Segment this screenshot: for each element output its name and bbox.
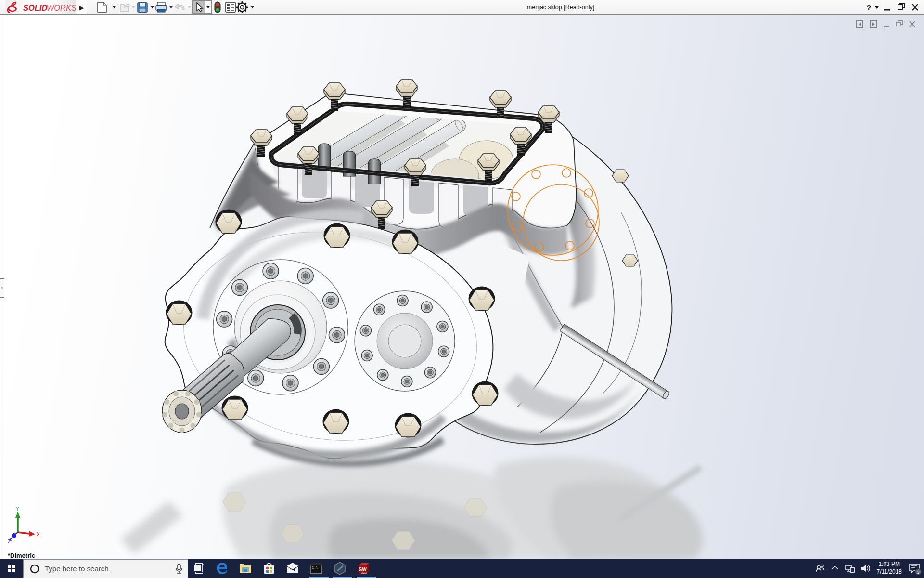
svg-text:2017: 2017	[361, 571, 367, 574]
svg-text:Y: Y	[16, 506, 19, 512]
svg-text:Z: Z	[8, 539, 11, 543]
svg-text:X: X	[37, 532, 40, 537]
svg-text:3: 3	[917, 570, 920, 575]
svg-text:C:\_: C:\_	[312, 566, 321, 570]
